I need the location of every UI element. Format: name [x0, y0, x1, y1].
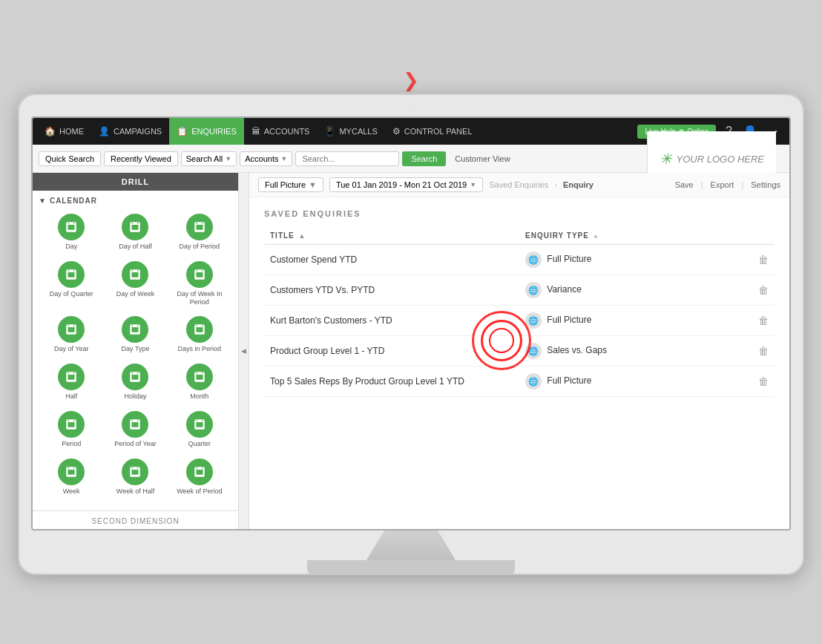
nav-campaigns[interactable]: 👤 CAMPAIGNS — [91, 118, 169, 145]
search-input[interactable] — [295, 151, 399, 166]
sidebar-collapse-button[interactable]: ◀ — [239, 173, 249, 529]
cal-holiday[interactable]: Holiday — [105, 361, 165, 404]
cal-period-icon — [58, 411, 85, 438]
row-delete-4[interactable]: 🗑 — [698, 367, 775, 397]
cal-day-of-quarter-icon — [58, 261, 85, 288]
stand-neck — [366, 530, 456, 560]
accounts-dropdown[interactable]: Accounts ▼ — [240, 151, 292, 166]
table-area: SAVED ENQUIRIES TITLE ▲ ENQUIRY TYPE — [249, 197, 789, 529]
row-title-0[interactable]: Customer Spend YTD — [264, 245, 519, 275]
calendar-arrow: ▼ — [39, 197, 47, 205]
enquiry-link[interactable]: Enquiry — [563, 180, 594, 189]
content-area: Full Picture ▼ Tue 01 Jan 2019 - Mon 21 … — [249, 173, 789, 529]
cal-days-in-period-icon — [186, 316, 213, 343]
globe-icon-3: 🌐 — [525, 343, 542, 359]
cal-period-of-year-icon — [122, 411, 148, 438]
col-type: ENQUIRY TYPE ⬦ — [519, 227, 698, 245]
cal-month[interactable]: Month — [170, 361, 229, 404]
quick-search-button[interactable]: Quick Search — [39, 151, 101, 166]
calendar-section: ▼ CALENDAR Day — [33, 191, 238, 505]
globe-icon-0: 🌐 — [525, 252, 542, 268]
delete-icon-1[interactable]: 🗑 — [758, 284, 769, 296]
cal-half[interactable]: Half — [42, 361, 101, 404]
cal-day[interactable]: Day — [42, 211, 101, 254]
breadcrumb-sep: › — [554, 180, 557, 189]
cal-day-of-quarter[interactable]: Day of Quarter — [42, 258, 101, 309]
export-link[interactable]: Export — [711, 180, 734, 189]
content-toolbar: Full Picture ▼ Tue 01 Jan 2019 - Mon 21 … — [249, 173, 789, 197]
save-link[interactable]: Save — [675, 180, 694, 189]
home-icon: 🏠 — [45, 126, 56, 137]
nav-accounts[interactable]: 🏛 ACCOUNTS — [244, 118, 318, 145]
cal-day-of-week[interactable]: Day of Week — [105, 258, 165, 309]
cal-week-of-period[interactable]: Week of Period — [170, 456, 229, 499]
date-range-caret: ▼ — [470, 181, 476, 188]
row-title-1[interactable]: Customers YTD Vs. PYTD — [264, 275, 519, 306]
delete-icon-0[interactable]: 🗑 — [758, 254, 769, 266]
row-delete-2[interactable]: 🗑 — [698, 306, 775, 336]
cal-week-of-period-icon — [186, 459, 213, 485]
cal-days-in-period[interactable]: Days in Period — [170, 313, 229, 356]
search-button[interactable]: Search — [402, 151, 446, 166]
cal-month-icon — [186, 364, 213, 390]
cal-day-icon — [58, 214, 85, 240]
cal-day-of-week-in-period-icon — [186, 261, 213, 288]
cal-period[interactable]: Period — [42, 408, 101, 451]
main-layout: DRILL ▼ CALENDAR — [33, 173, 789, 529]
sidebar: DRILL ▼ CALENDAR — [33, 173, 239, 529]
globe-icon-4: 🌐 — [525, 373, 542, 390]
row-delete-1[interactable]: 🗑 — [698, 275, 775, 306]
drill-header[interactable]: DRILL — [33, 173, 238, 191]
view-selector-dropdown[interactable]: Full Picture ▼ — [258, 177, 323, 192]
customer-view-button[interactable]: Customer View — [449, 152, 516, 165]
delete-icon-3[interactable]: 🗑 — [758, 345, 769, 357]
type-sort-icon: ⬦ — [594, 232, 598, 240]
row-delete-3[interactable]: 🗑 — [698, 336, 775, 367]
top-navigation: 🏠 HOME 👤 CAMPAIGNS 📋 ENQUIRIES 🏛 ACCOUNT… — [33, 118, 789, 145]
sidebar-bottom: SECOND DIMENSION FILTER (0) — [33, 510, 238, 529]
nav-home[interactable]: 🏠 HOME — [37, 118, 91, 145]
cal-day-of-year-icon — [58, 316, 85, 343]
campaigns-icon: 👤 — [99, 126, 110, 137]
cal-period-of-year[interactable]: Period of Year — [105, 408, 165, 451]
cal-quarter-icon — [186, 411, 213, 438]
cal-week-icon — [58, 459, 85, 485]
row-title-2[interactable]: Kurt Barton's Customers - YTD — [264, 306, 519, 336]
nav-enquiries[interactable]: 📋 ENQUIRIES — [169, 118, 244, 145]
cal-day-of-week-in-period[interactable]: Day of Week In Period — [170, 258, 229, 309]
second-dimension[interactable]: SECOND DIMENSION — [33, 511, 238, 529]
enquiries-icon: 📋 — [177, 126, 188, 137]
cal-day-of-period[interactable]: Day of Period — [170, 211, 229, 254]
date-range-picker[interactable]: Tue 01 Jan 2019 - Mon 21 Oct 2019 ▼ — [329, 177, 483, 192]
cal-week-of-half[interactable]: Week of Half — [105, 456, 165, 499]
row-delete-0[interactable]: 🗑 — [698, 245, 775, 275]
recently-viewed-button[interactable]: Recently Viewed — [104, 151, 178, 166]
cal-day-of-year[interactable]: Day of Year — [42, 313, 101, 356]
enquiry-table: TITLE ▲ ENQUIRY TYPE ⬦ — [264, 227, 775, 397]
row-type-0: 🌐 Full Picture — [519, 245, 698, 275]
row-title-4[interactable]: Top 5 Sales Reps By Product Group Level … — [264, 367, 519, 397]
delete-icon-4[interactable]: 🗑 — [758, 375, 769, 387]
delete-icon-2[interactable]: 🗑 — [758, 315, 769, 326]
nav-controlpanel[interactable]: ⚙ CONTROL PANEL — [385, 118, 480, 145]
row-type-1: 🌐 Variance — [519, 275, 698, 306]
cal-day-of-week-icon — [122, 261, 148, 288]
row-title-3[interactable]: Product Group Level 1 - YTD — [264, 336, 519, 367]
cal-day-of-half-icon — [122, 214, 148, 240]
nav-mycalls[interactable]: 📱 MYCALLS — [317, 118, 384, 145]
logo-text: ✳ YOUR LOGO HERE — [660, 150, 764, 168]
saved-enquiries-link[interactable]: Saved Enquiries — [489, 180, 548, 189]
cal-day-type[interactable]: Day Type — [105, 313, 165, 356]
settings-link[interactable]: Settings — [751, 180, 780, 189]
toolbar-actions: Save | Export | Settings — [675, 180, 780, 189]
logo-icon: ✳ — [660, 150, 672, 168]
search-all-dropdown[interactable]: Search All ▼ — [181, 151, 237, 166]
cal-day-of-half[interactable]: Day of Half — [105, 211, 165, 254]
cal-day-of-period-icon — [186, 214, 213, 240]
cal-quarter[interactable]: Quarter — [170, 408, 229, 451]
controlpanel-icon: ⚙ — [392, 126, 401, 137]
table-row: Top 5 Sales Reps By Product Group Level … — [264, 367, 775, 397]
calendar-label[interactable]: ▼ CALENDAR — [39, 197, 232, 205]
monitor-stand — [31, 530, 791, 575]
cal-week[interactable]: Week — [42, 456, 101, 499]
